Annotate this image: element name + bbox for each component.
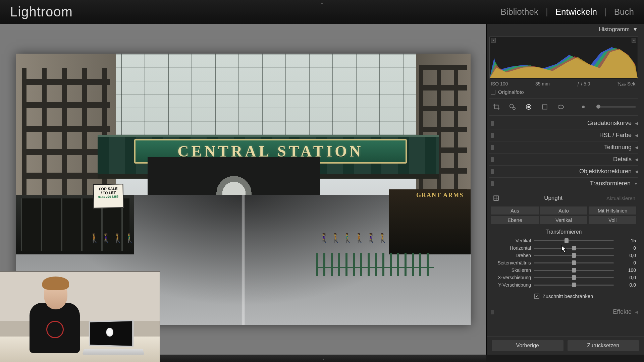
constrain-crop-label: Zuschnitt beschränken (543, 293, 593, 299)
original-photo-label: Originalfoto (498, 89, 524, 95)
original-photo-checkbox-row[interactable]: Originalfoto (489, 88, 638, 98)
upright-auto-button[interactable]: Auto (540, 206, 588, 215)
highlight-clipping-icon[interactable]: ▲ (632, 38, 636, 43)
module-separator: | (604, 7, 607, 17)
panel-collapse-top-icon[interactable]: ▾ (321, 1, 323, 6)
constrain-crop-row[interactable]: ✓ Zuschnitt beschränken (491, 293, 637, 299)
section-hsl[interactable]: HSL / Farbe◀ (489, 129, 638, 141)
develop-right-panel: Histogramm ▼ ▲ ▲ ISO 100 35 mm ƒ / 5,0 ¹… (486, 24, 644, 355)
section-transform[interactable]: Transformieren▼ (489, 177, 638, 189)
spot-removal-icon[interactable] (507, 102, 518, 112)
mask-amount-slider[interactable] (596, 106, 636, 108)
upright-off-button[interactable]: Aus (491, 206, 539, 215)
shadow-clipping-icon[interactable]: ▲ (491, 38, 496, 43)
checkmark-icon[interactable]: ✓ (534, 294, 539, 299)
upright-guided-icon[interactable] (492, 194, 500, 202)
slider-x-offset[interactable]: X-Verschiebung 0,0 (491, 274, 637, 281)
local-tools-strip (489, 98, 638, 116)
module-book[interactable]: Buch (614, 7, 634, 17)
radial-filter-icon[interactable] (556, 102, 566, 112)
redeye-tool-icon[interactable] (524, 102, 534, 112)
crop-tool-icon[interactable] (491, 102, 501, 112)
meta-aperture: ƒ / 5,0 (577, 81, 590, 86)
svg-rect-4 (542, 105, 547, 109)
svg-point-3 (528, 106, 530, 108)
previous-button[interactable]: Vorherige (491, 340, 564, 351)
app-title: Lightroom (10, 4, 73, 19)
section-lens-corrections[interactable]: Objektivkorrekturen◀ (489, 165, 638, 177)
module-library[interactable]: Bibliothek (500, 7, 538, 17)
meta-iso: ISO 100 (491, 81, 508, 86)
slider-scale[interactable]: Skalieren 100 (491, 266, 637, 274)
slider-aspect[interactable]: Seitenverhältnis 0 (491, 259, 637, 266)
slider-vertical[interactable]: Vertikal – 15 (491, 237, 637, 244)
upright-mode-buttons: Aus Auto Mit Hilfslinien Ebene Vertikal … (491, 206, 637, 224)
webcam-overlay (0, 271, 160, 362)
slider-horizontal[interactable]: Horizontal 0 (491, 244, 637, 252)
upright-update-link[interactable]: Aktualisieren (606, 195, 635, 201)
slider-rotate[interactable]: Drehen 0,0 (491, 252, 637, 259)
svg-point-1 (513, 107, 515, 110)
filmstrip-collapsed[interactable] (160, 355, 486, 362)
photo-people: 🚶🚶‍♀️🚶🚶‍♂️ (89, 233, 136, 244)
photo-pub-sign: GRANT ARMS (416, 192, 464, 198)
meta-focal: 35 mm (535, 81, 550, 86)
histogram-header[interactable]: Histogramm ▼ (489, 24, 638, 35)
slider-y-offset[interactable]: Y-Verschiebung 0,0 (491, 281, 637, 289)
brush-tool-icon[interactable] (578, 102, 588, 112)
svg-point-5 (558, 105, 564, 109)
transform-panel-body: Upright Aktualisieren Aus Auto Mit Hilfs… (489, 189, 638, 306)
panel-footer-buttons: Vorherige Zurücksetzen (487, 336, 644, 355)
app-header: ▾ Lightroom Bibliothek | Entwickeln | Bu… (0, 0, 644, 24)
section-split-toning[interactable]: Teiltonung◀ (489, 141, 638, 153)
section-tone-curve[interactable]: Gradationskurve◀ (489, 117, 638, 129)
svg-point-6 (582, 106, 585, 108)
photo-people: 🚶‍♀️🚶🚶‍♂️🚶🚶‍♀️🚶 (318, 233, 389, 244)
section-detail[interactable]: Details◀ (489, 153, 638, 165)
upright-guided-button[interactable]: Mit Hilfslinien (588, 206, 637, 215)
meta-shutter: ¹⁄₁₆₀ Sek. (618, 81, 637, 86)
module-picker: Bibliothek | Entwickeln | Buch (500, 7, 634, 17)
histogram-title: Histogramm (599, 26, 630, 33)
upright-label: Upright (544, 195, 562, 201)
checkbox-icon[interactable] (491, 90, 495, 95)
histogram-display[interactable]: ▲ ▲ (489, 36, 638, 79)
histogram-metadata: ISO 100 35 mm ƒ / 5,0 ¹⁄₁₆₀ Sek. (489, 79, 638, 88)
section-effects[interactable]: Effekte◀ (489, 306, 638, 318)
upright-vertical-button[interactable]: Vertikal (540, 216, 588, 224)
graduated-filter-icon[interactable] (540, 102, 550, 112)
reset-button[interactable]: Zurücksetzen (567, 340, 640, 351)
histogram-svg (490, 37, 638, 79)
module-develop[interactable]: Entwickeln (555, 7, 597, 17)
transform-sliders-title: Transformieren (491, 229, 637, 235)
module-separator: | (546, 7, 548, 17)
chevron-down-icon: ▼ (632, 26, 638, 33)
upright-level-button[interactable]: Ebene (491, 216, 539, 224)
upright-full-button[interactable]: Voll (588, 216, 637, 224)
svg-point-0 (510, 104, 514, 108)
photo-forsale-sign: FOR SALE/ TO LET 0141 204 3255 (93, 184, 123, 208)
